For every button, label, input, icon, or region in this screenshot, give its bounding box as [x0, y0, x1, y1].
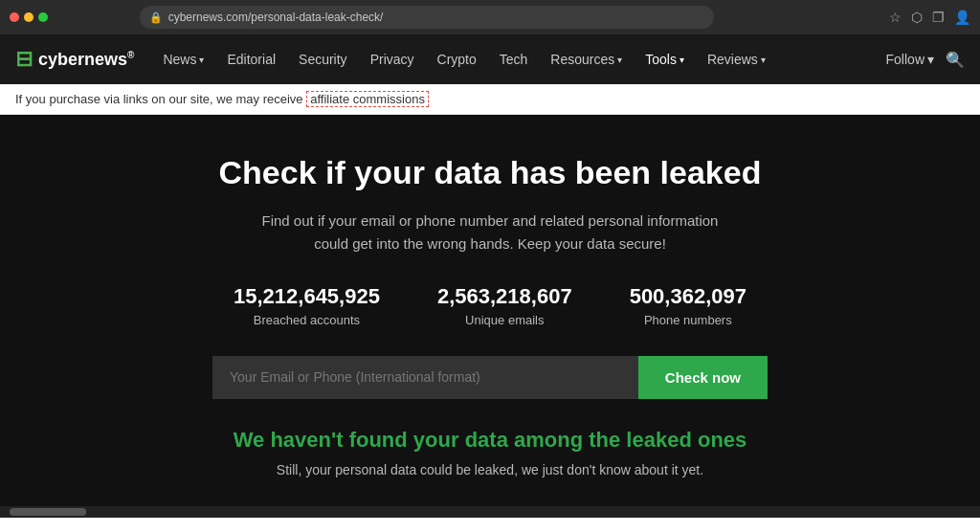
- logo-reg: ®: [127, 50, 134, 60]
- search-icon[interactable]: 🔍: [946, 51, 965, 69]
- maximize-window-button[interactable]: [38, 12, 48, 22]
- bookmark-icon[interactable]: ☆: [889, 10, 902, 25]
- nav-right: Follow ▾ 🔍: [886, 51, 965, 69]
- stat-phone-numbers: 500,362,097 Phone numbers: [630, 284, 746, 327]
- hero-section: Check if your data has been leaked Find …: [0, 115, 980, 506]
- follow-dropdown-arrow: ▾: [927, 52, 934, 67]
- stat-phone-numbers-label: Phone numbers: [630, 313, 746, 327]
- resources-dropdown-arrow: ▾: [617, 55, 622, 65]
- stat-breached-accounts: 15,212,645,925 Breached accounts: [234, 284, 380, 327]
- nav-item-security[interactable]: Security: [289, 46, 357, 73]
- window-mode-icon[interactable]: ❐: [932, 10, 945, 25]
- tools-dropdown-arrow: ▾: [679, 55, 684, 65]
- nav-item-reviews[interactable]: Reviews ▾: [698, 46, 775, 73]
- stat-breached-accounts-number: 15,212,645,925: [234, 284, 380, 309]
- bottom-scrollbar[interactable]: [0, 506, 980, 518]
- result-title: We haven't found your data among the lea…: [19, 428, 961, 453]
- extensions-icon[interactable]: ⬡: [911, 10, 923, 25]
- stats-row: 15,212,645,925 Breached accounts 2,563,2…: [19, 284, 961, 327]
- site-logo[interactable]: ⊟ cybernews®: [15, 47, 134, 72]
- minimize-window-button[interactable]: [24, 12, 33, 22]
- url-text: cybernews.com/personal-data-leak-check/: [168, 11, 384, 24]
- stat-breached-accounts-label: Breached accounts: [234, 313, 380, 327]
- nav-item-tech[interactable]: Tech: [490, 46, 538, 73]
- nav-item-privacy[interactable]: Privacy: [361, 46, 424, 73]
- address-bar[interactable]: 🔒 cybernews.com/personal-data-leak-check…: [140, 6, 714, 29]
- follow-button[interactable]: Follow ▾: [886, 52, 934, 67]
- nav-item-tools[interactable]: Tools ▾: [635, 46, 694, 73]
- stat-unique-emails-number: 2,563,218,607: [437, 284, 572, 309]
- result-subtitle: Still, your personal data could be leake…: [19, 462, 961, 477]
- reviews-dropdown-arrow: ▾: [761, 55, 766, 65]
- affiliate-banner: If you purchase via links on our site, w…: [0, 84, 980, 115]
- close-window-button[interactable]: [10, 12, 19, 22]
- nav-item-news[interactable]: News ▾: [153, 46, 213, 73]
- lock-icon: 🔒: [149, 11, 163, 24]
- nav-item-resources[interactable]: Resources ▾: [541, 46, 632, 73]
- hero-subtitle: Find out if your email or phone number a…: [251, 210, 729, 255]
- hero-title: Check if your data has been leaked: [19, 153, 961, 192]
- nav-items: News ▾ Editorial Security Privacy Crypto…: [153, 46, 885, 73]
- logo-icon: ⊟: [15, 47, 33, 72]
- affiliate-commissions-link[interactable]: affiliate commissions: [306, 91, 429, 107]
- browser-window-controls: [10, 12, 48, 22]
- browser-action-icons: ☆ ⬡ ❐ 👤: [889, 10, 970, 25]
- browser-chrome: 🔒 cybernews.com/personal-data-leak-check…: [0, 0, 980, 34]
- search-row: Check now: [212, 356, 768, 399]
- nav-item-crypto[interactable]: Crypto: [428, 46, 486, 73]
- check-now-button[interactable]: Check now: [638, 356, 768, 399]
- news-dropdown-arrow: ▾: [199, 55, 204, 65]
- stat-unique-emails-label: Unique emails: [437, 313, 572, 327]
- nav-item-editorial[interactable]: Editorial: [217, 46, 285, 73]
- user-avatar-icon[interactable]: 👤: [954, 10, 970, 25]
- scrollbar-thumb[interactable]: [10, 508, 86, 516]
- email-phone-input[interactable]: [212, 356, 638, 399]
- stat-phone-numbers-number: 500,362,097: [630, 284, 746, 309]
- logo-text: cybernews®: [38, 50, 134, 70]
- navbar: ⊟ cybernews® News ▾ Editorial Security P…: [0, 34, 980, 84]
- stat-unique-emails: 2,563,218,607 Unique emails: [437, 284, 572, 327]
